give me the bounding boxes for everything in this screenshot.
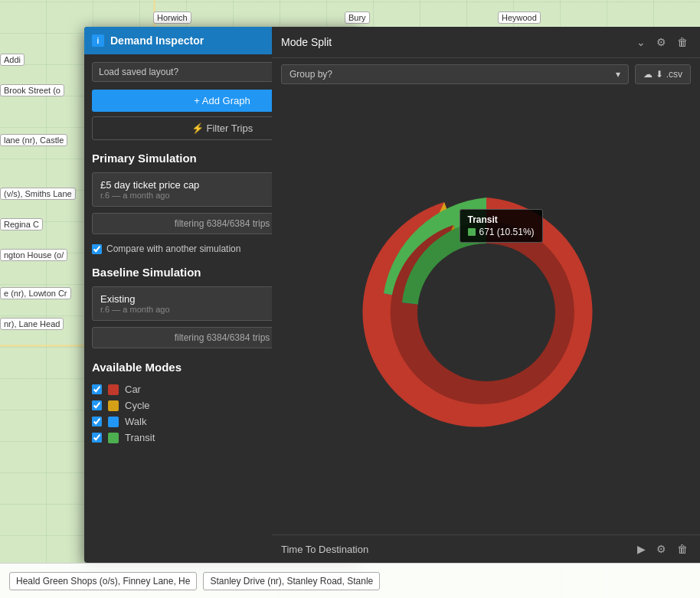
baseline-simulation-name: Existing bbox=[100, 293, 170, 305]
modes-title: Available Modes bbox=[92, 361, 182, 374]
bottom-tag-1: Heald Green Shops (o/s), Finney Lane, He bbox=[9, 572, 197, 590]
download-icon: ☁ bbox=[643, 69, 653, 80]
map-label: (v/s), Smiths Lane bbox=[0, 188, 76, 200]
chart-footer: Time To Destination ▶ ⚙ 🗑 bbox=[272, 534, 700, 563]
chart-settings-button[interactable]: ⚙ bbox=[653, 34, 669, 50]
baseline-simulation-title: Baseline Simulation bbox=[92, 266, 201, 279]
mode-cycle-checkbox[interactable] bbox=[92, 400, 102, 410]
footer-delete-button[interactable]: 🗑 bbox=[674, 541, 691, 557]
map-label: Heywood bbox=[498, 11, 541, 24]
mode-cycle-label: Cycle bbox=[125, 400, 150, 411]
mode-walk-label: Walk bbox=[125, 416, 146, 427]
donut-chart: Transit 671 (10.51%) bbox=[341, 167, 632, 458]
mode-car-label: Car bbox=[125, 384, 141, 395]
footer-play-button[interactable]: ▶ bbox=[634, 541, 649, 557]
donut-tooltip: Transit 671 (10.51%) bbox=[460, 209, 543, 243]
tooltip-label: Transit bbox=[468, 214, 535, 225]
cycle-color-swatch bbox=[108, 400, 119, 411]
bottom-bar: Heald Green Shops (o/s), Finney Lane, He… bbox=[0, 563, 700, 598]
map-label: Bury bbox=[345, 11, 370, 24]
mode-walk-checkbox[interactable] bbox=[92, 417, 102, 426]
transit-color-swatch bbox=[108, 433, 119, 443]
map-label: ngton House (o/ bbox=[0, 249, 67, 261]
chart-footer-title: Time To Destination bbox=[281, 544, 634, 555]
mode-transit-label: Transit bbox=[125, 432, 155, 443]
tooltip-value: 671 (10.51%) bbox=[468, 227, 535, 237]
map-label: Horwich bbox=[153, 11, 191, 24]
map-label: Brook Street (o bbox=[0, 84, 64, 96]
primary-simulation-title: Primary Simulation bbox=[92, 152, 197, 165]
chart-toolbar: Group by? ▾ ☁ ⬇ .csv bbox=[272, 58, 700, 90]
mode-car-checkbox[interactable] bbox=[92, 384, 102, 394]
chart-delete-button[interactable]: 🗑 bbox=[674, 34, 691, 50]
baseline-simulation-meta: r.6 — a month ago bbox=[100, 305, 170, 314]
walk-color-swatch bbox=[108, 417, 119, 427]
tooltip-number: 671 (10.51%) bbox=[479, 227, 535, 237]
chart-area: Transit 671 (10.51%) bbox=[272, 90, 700, 534]
car-color-swatch bbox=[108, 384, 119, 395]
chart-header-actions: ⌄ ⚙ 🗑 bbox=[633, 34, 691, 50]
donut-center bbox=[417, 243, 555, 381]
panel-icon: i bbox=[92, 34, 104, 47]
primary-simulation-meta: r.6 — a month ago bbox=[100, 191, 199, 200]
mode-transit-checkbox[interactable] bbox=[92, 433, 102, 443]
map-label: lane (nr), Castle bbox=[0, 134, 67, 146]
tooltip-swatch bbox=[468, 228, 476, 236]
bottom-tag-2: Stanley Drive (nr), Stanley Road, Stanle bbox=[203, 572, 380, 590]
csv-download-button[interactable]: ☁ ⬇ .csv bbox=[635, 64, 691, 84]
footer-settings-button[interactable]: ⚙ bbox=[653, 541, 669, 557]
map-label: nr), Lane Head bbox=[0, 318, 64, 330]
chart-dropdown-button[interactable]: ⌄ bbox=[633, 34, 649, 50]
chart-title: Mode Split bbox=[281, 36, 633, 48]
chart-panel: Mode Split ⌄ ⚙ 🗑 Group by? ▾ ☁ ⬇ .csv bbox=[272, 27, 700, 563]
compare-checkbox-input[interactable] bbox=[92, 244, 102, 254]
map-label: Regina C bbox=[0, 218, 43, 230]
map-label: Addi bbox=[0, 54, 25, 66]
chart-footer-actions: ▶ ⚙ 🗑 bbox=[634, 541, 691, 557]
group-by-select[interactable]: Group by? ▾ bbox=[281, 64, 629, 84]
primary-simulation-name: £5 day ticket price cap bbox=[100, 179, 199, 191]
panel-title: Demand Inspector bbox=[110, 34, 274, 47]
map-label: e (nr), Lowton Cr bbox=[0, 287, 71, 299]
chart-header: Mode Split ⌄ ⚙ 🗑 bbox=[272, 27, 700, 58]
